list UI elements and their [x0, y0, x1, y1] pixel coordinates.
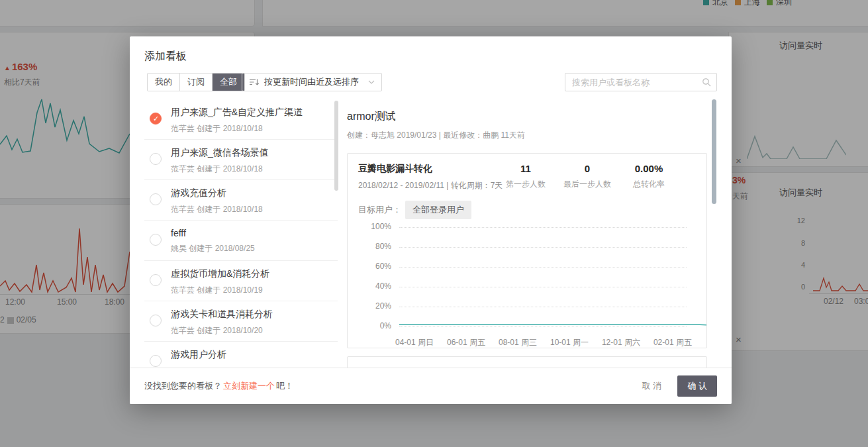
dashboard-list: 用户来源_广告&自定义推广渠道 范芊芸 创建于 2018/10/18 用户来源_…	[144, 99, 338, 368]
x-tick: 12-01 周六	[602, 337, 640, 348]
tab-group: 我的 订阅 全部	[147, 73, 245, 91]
list-item[interactable]: 用户来源_广告&自定义推广渠道 范芊芸 创建于 2018/10/18	[144, 99, 338, 140]
preview-title: armor测试	[347, 110, 707, 124]
add-dashboard-modal: 添加看板 我的 订阅 全部 按更新时间由近及远排序	[130, 36, 732, 404]
tab-subscribed[interactable]: 订阅	[180, 74, 213, 91]
funnel-trend-chart: 100% 80% 60% 40% 20% 0%	[358, 221, 696, 343]
search-box	[565, 73, 717, 91]
x-tick: 10-01 周一	[550, 337, 589, 348]
stat-block: 11 第一步人数	[505, 163, 546, 190]
sort-label: 按更新时间由近及远排序	[264, 76, 359, 88]
x-tick: 08-01 周三	[499, 337, 537, 348]
funnel-title: 豆瓣电影漏斗转化	[358, 163, 503, 175]
radio-button[interactable]	[150, 153, 162, 165]
funnel-card: 豆瓣电影漏斗转化 2018/02/12 - 2019/02/11 | 转化周期：…	[347, 153, 707, 348]
sort-dropdown[interactable]: 按更新时间由近及远排序	[242, 73, 382, 91]
next-card-preview	[347, 356, 707, 368]
stat-block: 0.00% 总转化率	[628, 163, 669, 190]
target-user-label: 目标用户：	[358, 204, 401, 216]
list-item[interactable]: 游戏关卡和道具消耗分析 范芊芸 创建于 2018/10/20	[144, 301, 338, 342]
search-icon	[702, 77, 712, 87]
list-item[interactable]: 游戏充值分析 范芊芸 创建于 2018/10/18	[144, 180, 338, 221]
sort-icon	[249, 78, 259, 86]
tab-mine[interactable]: 我的	[148, 74, 180, 91]
funnel-card-header: 豆瓣电影漏斗转化 2018/02/12 - 2019/02/11 | 转化周期：…	[358, 163, 696, 191]
radio-button[interactable]	[150, 355, 162, 367]
screen: 北京 上海 深圳 ▲163% 相比7天前 12:00 15:00 18:00 2…	[0, 0, 868, 447]
list-item[interactable]: 虚拟货币增加&消耗分析 范芊芸 创建于 2018/10/19	[144, 261, 338, 301]
y-tick: 0%	[358, 321, 391, 330]
preview-scrollbar[interactable]	[712, 99, 716, 204]
confirm-button[interactable]: 确 认	[677, 375, 717, 397]
radio-button[interactable]	[150, 274, 162, 286]
list-item[interactable]: fefff 姚昊 创建于 2018/08/25	[144, 221, 338, 261]
search-input[interactable]	[565, 74, 716, 91]
y-tick: 40%	[358, 281, 391, 291]
radio-button-checked[interactable]	[150, 113, 162, 124]
target-user-tag: 全部登录用户	[405, 201, 471, 219]
y-tick: 20%	[358, 301, 391, 311]
funnel-stats: 11 第一步人数 0 最后一步人数 0.00% 总转化率	[505, 163, 669, 190]
x-tick: 06-01 周五	[447, 337, 485, 348]
radio-button[interactable]	[150, 193, 162, 205]
y-tick: 80%	[358, 242, 391, 251]
chevron-down-icon	[368, 80, 375, 84]
preview-meta: 创建：母志旭 2019/01/23 | 最近修改：曲鹏 11天前	[347, 130, 707, 141]
funnel-titles: 豆瓣电影漏斗转化 2018/02/12 - 2019/02/11 | 转化周期：…	[358, 163, 503, 191]
create-dashboard-link[interactable]: 立刻新建一个	[223, 381, 275, 391]
create-hint: 没找到您要的看板？立刻新建一个吧！	[144, 380, 293, 392]
list-item[interactable]: 用户来源_微信各场景值 范芊芸 创建于 2018/10/18	[144, 140, 338, 180]
trend-line	[399, 227, 707, 328]
preview-panel: armor测试 创建：母志旭 2019/01/23 | 最近修改：曲鹏 11天前…	[347, 99, 707, 348]
modal-controls: 我的 订阅 全部 按更新时间由近及远排序	[144, 73, 717, 91]
y-tick: 100%	[358, 222, 391, 231]
list-item[interactable]: 游戏用户分析	[144, 342, 338, 368]
stat-block: 0 最后一步人数	[563, 163, 611, 190]
x-tick: 02-01 周五	[653, 337, 692, 348]
x-tick: 04-01 周日	[395, 337, 434, 348]
modal-footer: 没找到您要的看板？立刻新建一个吧！ 取 消 确 认	[130, 368, 732, 404]
list-scrollbar[interactable]	[334, 101, 338, 191]
modal-title: 添加看板	[144, 50, 187, 64]
modal-body: 用户来源_广告&自定义推广渠道 范芊芸 创建于 2018/10/18 用户来源_…	[130, 99, 732, 368]
radio-button[interactable]	[150, 315, 162, 326]
funnel-subtitle: 2018/02/12 - 2019/02/11 | 转化周期：7天	[358, 180, 503, 191]
y-tick: 60%	[358, 262, 391, 271]
tab-all[interactable]: 全部	[213, 74, 244, 91]
footer-actions: 取 消 确 认	[636, 375, 717, 397]
x-axis: 04-01 周日 06-01 周五 08-01 周三 10-01 周一 12-0…	[395, 337, 692, 348]
radio-button[interactable]	[150, 234, 162, 246]
target-user-row: 目标用户： 全部登录用户	[358, 201, 696, 219]
cancel-button[interactable]: 取 消	[636, 376, 669, 396]
